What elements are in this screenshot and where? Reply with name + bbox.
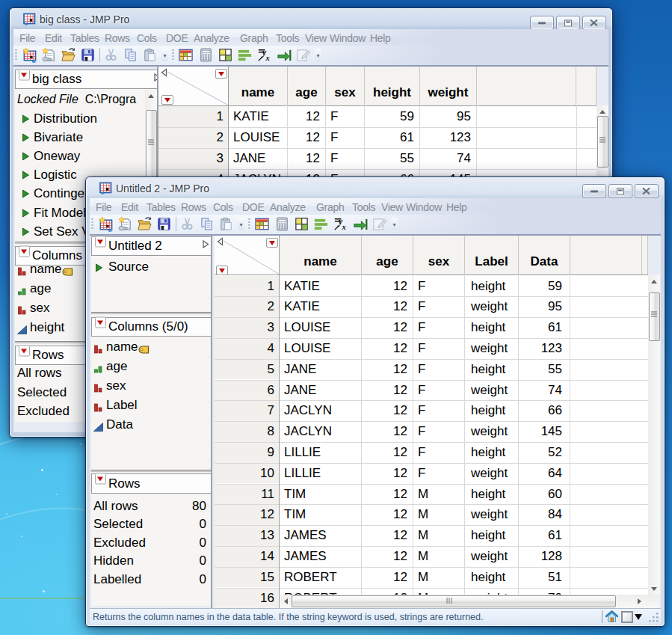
svg-text:x: x	[265, 54, 269, 62]
svg-text:x: x	[341, 223, 345, 231]
